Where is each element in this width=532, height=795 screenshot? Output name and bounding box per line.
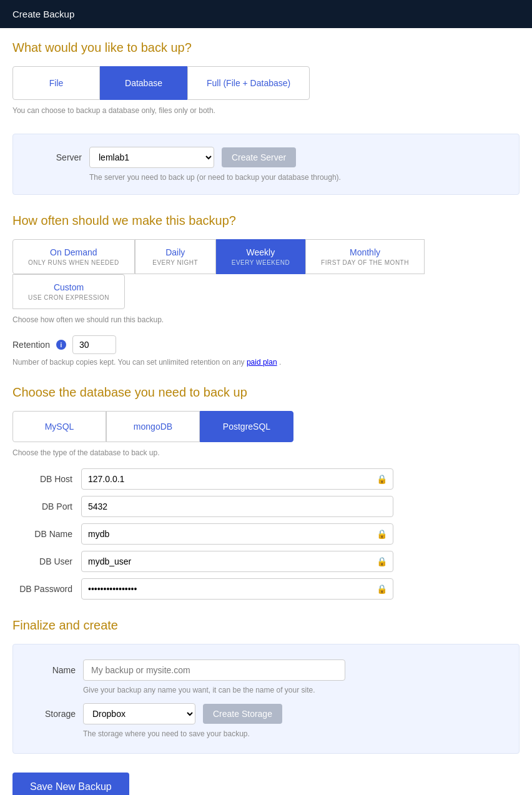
freq-custom-sublabel: Use cron expression	[28, 294, 109, 301]
db-type-buttons: MySQL mongoDB PostgreSQL	[12, 411, 520, 442]
finalize-title: Finalize and create	[12, 618, 520, 633]
db-name-row: DB Name 🔒	[12, 523, 520, 545]
retention-hint: Number of backup copies kept. You can se…	[12, 358, 520, 367]
main-content: What would you like to back up? File Dat…	[0, 28, 532, 795]
db-port-row: DB Port	[12, 496, 520, 517]
db-type-postgresql[interactable]: PostgreSQL	[200, 411, 293, 442]
lock-icon-user: 🔒	[377, 556, 387, 566]
retention-row: Retention i	[12, 335, 520, 354]
frequency-buttons: On Demand Only runs when needed Daily Ev…	[12, 239, 520, 309]
server-select[interactable]: lemlab1	[89, 147, 214, 168]
db-name-wrap: 🔒	[81, 523, 393, 545]
db-user-wrap: 🔒	[81, 551, 393, 572]
db-name-label: DB Name	[12, 529, 81, 539]
freq-weekly[interactable]: Weekly Every weekend	[216, 239, 305, 274]
db-host-wrap: 🔒	[81, 468, 393, 490]
top-bar: Create Backup	[0, 0, 532, 28]
freq-daily-label: Daily	[165, 247, 185, 257]
freq-monthly-label: Monthly	[350, 247, 380, 257]
freq-on-demand[interactable]: On Demand Only runs when needed	[12, 239, 135, 274]
db-password-wrap: 🔒	[81, 578, 393, 600]
db-host-input[interactable]	[81, 468, 393, 490]
db-name-input[interactable]	[81, 523, 393, 545]
retention-input[interactable]	[72, 335, 116, 354]
retention-label: Retention	[12, 340, 50, 350]
freq-weekly-sublabel: Every weekend	[232, 259, 290, 266]
db-user-input[interactable]	[81, 551, 393, 572]
server-label: Server	[26, 152, 82, 162]
db-port-label: DB Port	[12, 501, 81, 511]
db-host-row: DB Host 🔒	[12, 468, 520, 490]
db-port-input[interactable]	[81, 496, 393, 517]
db-password-input[interactable]	[81, 578, 393, 600]
freq-on-demand-sublabel: Only runs when needed	[28, 259, 119, 266]
database-title: Choose the database you need to back up	[12, 385, 520, 400]
db-port-wrap	[81, 496, 393, 517]
backup-type-section: What would you like to back up? File Dat…	[12, 41, 520, 115]
backup-type-hint: You can choose to backup a database only…	[12, 106, 520, 115]
finalize-storage-label: Storage	[26, 709, 76, 719]
finalize-name-hint: Give your backup any name you want, it c…	[83, 686, 506, 694]
finalize-storage-hint: The storage where you need to save your …	[83, 729, 506, 738]
frequency-section: How often should we make this backup? On…	[12, 214, 520, 367]
retention-paid-plan-link[interactable]: paid plan	[247, 358, 277, 367]
top-bar-title: Create Backup	[12, 9, 74, 19]
db-password-row: DB Password 🔒	[12, 578, 520, 600]
backup-type-title: What would you like to back up?	[12, 41, 520, 55]
create-storage-button[interactable]: Create Storage	[203, 704, 282, 724]
db-password-label: DB Password	[12, 584, 81, 594]
retention-info-icon: i	[56, 340, 66, 350]
backup-type-database[interactable]: Database	[100, 66, 187, 100]
finalize-name-input[interactable]	[83, 659, 345, 681]
finalize-box: Name Give your backup any name you want,…	[12, 644, 520, 754]
lock-icon-name: 🔒	[377, 529, 387, 539]
frequency-title: How often should we make this backup?	[12, 214, 520, 228]
freq-daily[interactable]: Daily Every night	[135, 239, 216, 274]
backup-type-file[interactable]: File	[12, 66, 100, 100]
lock-icon-password: 🔒	[377, 584, 387, 594]
lock-icon-host: 🔒	[377, 474, 387, 484]
database-section: Choose the database you need to back up …	[12, 385, 520, 600]
freq-monthly-sublabel: First day of the month	[321, 259, 409, 266]
create-server-button[interactable]: Create Server	[222, 147, 296, 167]
db-user-row: DB User 🔒	[12, 551, 520, 572]
db-type-mysql[interactable]: MySQL	[12, 411, 106, 442]
backup-type-buttons: File Database Full (File + Database)	[12, 66, 520, 100]
freq-custom[interactable]: Custom Use cron expression	[12, 274, 125, 309]
finalize-name-label: Name	[26, 665, 76, 675]
server-row: Server lemlab1 Create Server	[26, 147, 506, 168]
db-type-hint: Choose the type of the database to back …	[12, 448, 520, 457]
finalize-name-row: Name	[26, 659, 506, 681]
server-section: Server lemlab1 Create Server The server …	[12, 134, 520, 195]
freq-daily-sublabel: Every night	[150, 259, 200, 266]
backup-type-full[interactable]: Full (File + Database)	[187, 66, 310, 100]
db-type-mongodb[interactable]: mongoDB	[106, 411, 200, 442]
freq-weekly-label: Weekly	[247, 247, 275, 257]
freq-on-demand-label: On Demand	[50, 247, 97, 257]
db-host-label: DB Host	[12, 474, 81, 484]
server-hint: The server you need to back up (or need …	[89, 173, 506, 182]
finalize-storage-row: Storage Dropbox Amazon S3 Google Drive F…	[26, 703, 506, 724]
frequency-hint: Choose how often we should run this back…	[12, 315, 520, 324]
freq-monthly[interactable]: Monthly First day of the month	[305, 239, 425, 274]
finalize-section: Finalize and create Name Give your backu…	[12, 618, 520, 754]
finalize-storage-select[interactable]: Dropbox Amazon S3 Google Drive FTP	[83, 703, 195, 724]
db-form: DB Host 🔒 DB Port DB Name 🔒	[12, 468, 520, 600]
freq-custom-label: Custom	[54, 282, 84, 292]
save-new-backup-button[interactable]: Save New Backup	[12, 773, 129, 795]
db-user-label: DB User	[12, 556, 81, 566]
